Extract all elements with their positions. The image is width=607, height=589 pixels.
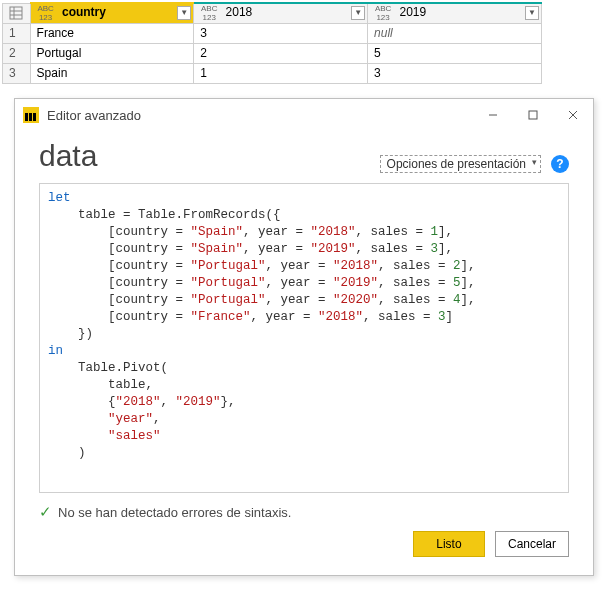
table-row[interactable]: 3 Spain 1 3 (3, 63, 542, 83)
maximize-button[interactable] (513, 99, 553, 131)
syntax-message: No se han detectado errores de sintaxis. (58, 505, 291, 520)
cell-2018: 2 (194, 43, 368, 63)
cell-2019: null (368, 23, 542, 43)
code-editor[interactable]: let table = Table.FromRecords({ [country… (39, 183, 569, 493)
app-icon (23, 107, 39, 123)
cell-country: France (30, 23, 194, 43)
type-icon: ABC123 (374, 4, 392, 22)
svg-rect-5 (529, 111, 537, 119)
cell-2019: 3 (368, 63, 542, 83)
cell-2018: 3 (194, 23, 368, 43)
display-options-dropdown[interactable]: Opciones de presentación (380, 155, 541, 173)
table-corner[interactable] (3, 3, 31, 23)
query-name-heading: data (39, 139, 380, 173)
check-icon: ✓ (39, 503, 52, 521)
titlebar: Editor avanzado (15, 99, 593, 131)
done-button[interactable]: Listo (413, 531, 485, 557)
advanced-editor-dialog: Editor avanzado data Opciones de present… (14, 98, 594, 576)
column-dropdown[interactable]: ▼ (177, 6, 191, 20)
column-label: 2019 (399, 5, 426, 19)
svg-rect-0 (10, 7, 22, 19)
syntax-status: ✓ No se han detectado errores de sintaxi… (39, 493, 569, 525)
row-number: 3 (3, 63, 31, 83)
column-dropdown[interactable]: ▼ (525, 6, 539, 20)
cancel-button[interactable]: Cancelar (495, 531, 569, 557)
column-header-2019[interactable]: ABC123 2019 ▼ (368, 3, 542, 23)
dialog-title: Editor avanzado (47, 108, 141, 123)
row-number: 2 (3, 43, 31, 63)
type-icon: ABC123 (37, 4, 55, 22)
type-icon: ABC123 (200, 4, 218, 22)
column-header-country[interactable]: ABC123 country ▼ (30, 3, 194, 23)
column-dropdown[interactable]: ▼ (351, 6, 365, 20)
cell-country: Portugal (30, 43, 194, 63)
help-icon[interactable]: ? (551, 155, 569, 173)
table-row[interactable]: 2 Portugal 2 5 (3, 43, 542, 63)
table-row[interactable]: 1 France 3 null (3, 23, 542, 43)
column-label: 2018 (226, 5, 253, 19)
close-button[interactable] (553, 99, 593, 131)
cell-country: Spain (30, 63, 194, 83)
column-header-2018[interactable]: ABC123 2018 ▼ (194, 3, 368, 23)
cell-2018: 1 (194, 63, 368, 83)
minimize-button[interactable] (473, 99, 513, 131)
result-table: ABC123 country ▼ ABC123 2018 ▼ ABC123 20… (2, 2, 542, 84)
row-number: 1 (3, 23, 31, 43)
column-label: country (62, 5, 106, 19)
cell-2019: 5 (368, 43, 542, 63)
